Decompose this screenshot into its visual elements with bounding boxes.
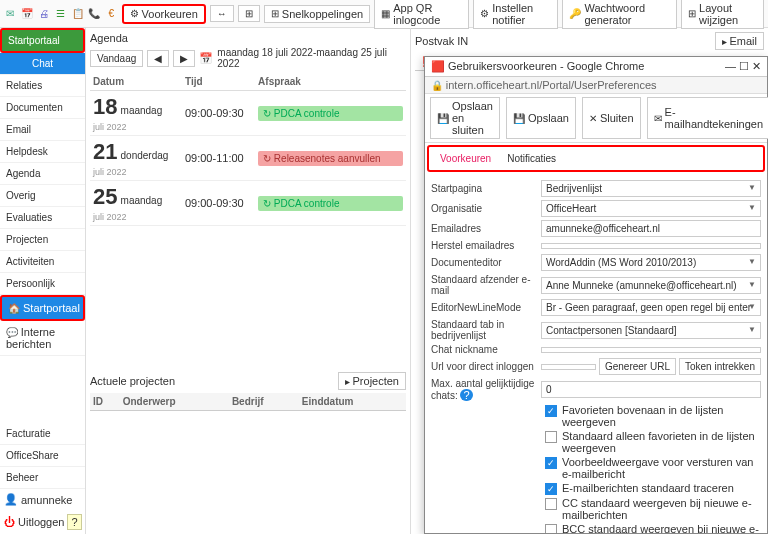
- field-select[interactable]: Contactpersonen [Standaard]: [541, 322, 761, 339]
- field-input[interactable]: amunneke@officeheart.nl: [541, 220, 761, 237]
- projects-table: ID Onderwerp Bedrijf Einddatum: [90, 393, 406, 411]
- preferences-popup: 🟥 Gebruikersvoorkeuren - Google Chrome —…: [424, 56, 768, 534]
- field-label: Standaard tab in bedrijvenlijst: [431, 319, 541, 341]
- field-label: Chat nickname: [431, 344, 541, 355]
- overig-nav[interactable]: Overig: [0, 185, 85, 207]
- popup-url: 🔒 intern.officeheart.nl/Portal/UserPrefe…: [425, 77, 767, 94]
- col-time: Tijd: [182, 73, 255, 91]
- field-select[interactable]: Bedrijvenlijst: [541, 180, 761, 197]
- startportaal2-nav[interactable]: 🏠 Startportaal: [0, 295, 85, 321]
- field-label: EditorNewLineMode: [431, 302, 541, 313]
- email-button[interactable]: ▸ Email: [715, 32, 764, 50]
- tb-btn[interactable]: ↔: [210, 5, 234, 22]
- revoke-token-button[interactable]: Token intrekken: [679, 358, 761, 375]
- notifier-button[interactable]: ⚙ Instellen notifier: [473, 0, 558, 29]
- checkbox-label: BCC standaard weergeven bij nieuwe e-mai…: [562, 523, 761, 533]
- tab-voorkeuren[interactable]: Voorkeuren: [432, 150, 499, 167]
- checkbox[interactable]: [545, 483, 557, 495]
- field-label: Herstel emailadres: [431, 240, 541, 251]
- voorkeuren-button[interactable]: ⚙ Voorkeuren: [122, 4, 206, 24]
- projects-title: Actuele projecten: [90, 375, 175, 387]
- signatures-button[interactable]: ✉ E-mailhandtekeningen: [647, 97, 768, 139]
- tb-icon[interactable]: €: [105, 7, 118, 21]
- popup-tabs: Voorkeuren Notificaties: [427, 145, 765, 172]
- field-input[interactable]: 0: [541, 381, 761, 398]
- officeshare-nav[interactable]: OfficeShare: [0, 445, 85, 467]
- helpdesk-nav[interactable]: Helpdesk: [0, 141, 85, 163]
- field-select[interactable]: OfficeHeart: [541, 200, 761, 217]
- tb-icon[interactable]: 📞: [88, 7, 101, 21]
- save-button[interactable]: 💾 Opslaan: [506, 97, 576, 139]
- field-label: Startpagina: [431, 183, 541, 194]
- facturatie-nav[interactable]: Facturatie: [0, 423, 85, 445]
- sidebar: Startportaal Chat Relaties Documenten Em…: [0, 28, 86, 534]
- field-input[interactable]: [541, 364, 596, 370]
- logout-row[interactable]: ⏻ Uitloggen ?: [0, 510, 85, 534]
- col-appointment: Afspraak: [255, 73, 406, 91]
- projects-button[interactable]: ▸ Projecten: [338, 372, 406, 390]
- gen-url-button[interactable]: Genereer URL: [599, 358, 676, 375]
- checkbox[interactable]: [545, 405, 557, 417]
- tb-icon[interactable]: 🖨: [38, 7, 51, 21]
- projecten-nav[interactable]: Projecten: [0, 229, 85, 251]
- tb-icon[interactable]: 📋: [71, 7, 84, 21]
- documenten-nav[interactable]: Documenten: [0, 97, 85, 119]
- close-button[interactable]: ✕: [752, 60, 761, 72]
- field-input[interactable]: [541, 347, 761, 353]
- startportaal-nav[interactable]: Startportaal: [0, 28, 85, 53]
- date-range: maandag 18 juli 2022-maandag 25 juli 202…: [217, 47, 406, 69]
- tb-icon[interactable]: 📅: [21, 7, 34, 21]
- beheer-nav[interactable]: Beheer: [0, 467, 85, 489]
- maximize-button[interactable]: ☐: [739, 60, 749, 72]
- field-select[interactable]: Anne Munneke (amunneke@officeheart.nl): [541, 277, 761, 294]
- checkbox[interactable]: [545, 524, 557, 533]
- checkbox[interactable]: [545, 498, 557, 510]
- checkbox-label: Standaard alleen favorieten in de lijste…: [562, 430, 761, 454]
- tb-icon[interactable]: ☰: [54, 7, 67, 21]
- persoonlijk-nav[interactable]: Persoonlijk: [0, 273, 85, 295]
- agenda-table: Datum Tijd Afspraak 18 maandagjuli 2022 …: [90, 73, 406, 226]
- appointment[interactable]: ↻ Releasenotes aanvullen: [258, 151, 403, 166]
- field-label: Max. aantal gelijktijdige chats: ?: [431, 378, 541, 401]
- checkbox-label: Favorieten bovenaan in de lijsten weerge…: [562, 404, 761, 428]
- checkbox[interactable]: [545, 431, 557, 443]
- user-row: 👤 amunneke: [0, 489, 85, 510]
- chat-nav[interactable]: Chat: [0, 53, 85, 75]
- snelkoppelingen-button[interactable]: ⊞ Snelkoppelingen: [264, 5, 370, 23]
- agenda-nav[interactable]: Agenda: [0, 163, 85, 185]
- field-select[interactable]: WordAddin (MS Word 2010/2013): [541, 254, 761, 271]
- main-toolbar: ✉ 📅 🖨 ☰ 📋 📞 € ⚙ Voorkeuren ↔ ⊞ ⊞ Snelkop…: [0, 0, 768, 28]
- layout-button[interactable]: ⊞ Layout wijzigen: [681, 0, 764, 29]
- save-close-button[interactable]: 💾 Opslaan en sluiten: [430, 97, 500, 139]
- appointment[interactable]: ↻ PDCA controle: [258, 196, 403, 211]
- activiteiten-nav[interactable]: Activiteiten: [0, 251, 85, 273]
- tb-icon[interactable]: ✉: [4, 7, 17, 21]
- popup-toolbar: 💾 Opslaan en sluiten 💾 Opslaan ✕ Sluiten…: [425, 94, 767, 143]
- relaties-nav[interactable]: Relaties: [0, 75, 85, 97]
- internal-nav[interactable]: 💬 Interne berichten: [0, 321, 85, 356]
- qr-button[interactable]: ▦ App QR inlogcode: [374, 0, 469, 29]
- next-button[interactable]: ▶: [173, 50, 195, 67]
- field-input[interactable]: [541, 243, 761, 249]
- evaluaties-nav[interactable]: Evaluaties: [0, 207, 85, 229]
- checkbox-label: CC standaard weergeven bij nieuwe e-mail…: [562, 497, 761, 521]
- close-btn[interactable]: ✕ Sluiten: [582, 97, 641, 139]
- prev-button[interactable]: ◀: [147, 50, 169, 67]
- tb-btn[interactable]: ⊞: [238, 5, 260, 22]
- checkbox[interactable]: [545, 457, 557, 469]
- calendar-icon[interactable]: 📅: [199, 52, 213, 65]
- tab-notificaties[interactable]: Notificaties: [499, 150, 564, 167]
- agenda-title: Agenda: [90, 32, 128, 44]
- field-label: Standaard afzender e-mail: [431, 274, 541, 296]
- today-button[interactable]: Vandaag: [90, 50, 143, 67]
- inbox-title: Postvak IN: [415, 35, 468, 47]
- password-button[interactable]: 🔑 Wachtwoord generator: [562, 0, 677, 29]
- field-label: Organisatie: [431, 203, 541, 214]
- field-select[interactable]: Br - Geen paragraaf, geen open regel bij…: [541, 299, 761, 316]
- minimize-button[interactable]: —: [725, 60, 736, 72]
- col-date: Datum: [90, 73, 182, 91]
- email-nav[interactable]: Email: [0, 119, 85, 141]
- field-label: Emailadres: [431, 223, 541, 234]
- appointment[interactable]: ↻ PDCA controle: [258, 106, 403, 121]
- checkbox-label: E-mailberichten standaard traceren: [562, 482, 734, 494]
